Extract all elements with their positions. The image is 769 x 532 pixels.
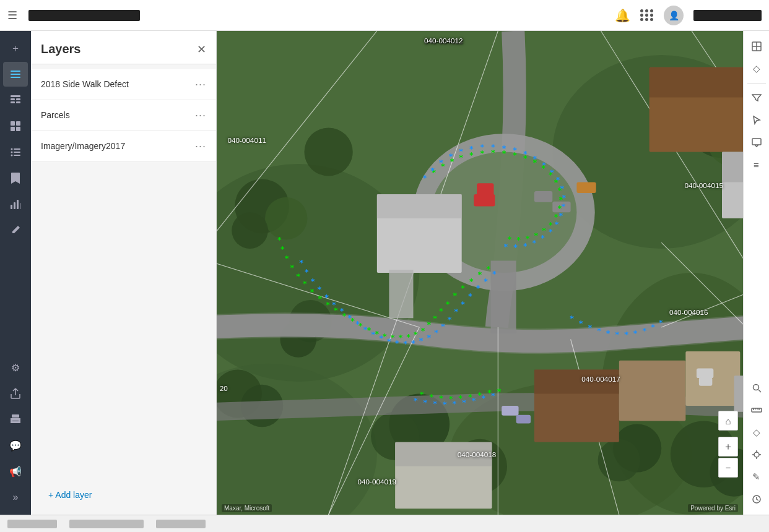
analysis-button[interactable] bbox=[3, 192, 28, 217]
layer-more-button[interactable]: ··· bbox=[195, 140, 206, 153]
svg-rect-13 bbox=[14, 148, 20, 150]
topbar: ☰ 🔔 👤 bbox=[0, 0, 769, 31]
layer-item[interactable]: Imagery/Imagery2017 ··· bbox=[31, 131, 216, 162]
svg-text:*: * bbox=[532, 238, 537, 247]
svg-text:*: * bbox=[486, 264, 491, 273]
right-edit-icon[interactable]: ✎ bbox=[746, 466, 767, 487]
app-title-area bbox=[28, 10, 607, 21]
parcel-label-040-004019: 040-004019 bbox=[358, 478, 397, 486]
right-filter-icon[interactable] bbox=[746, 87, 767, 108]
right-location-icon[interactable]: ◇ bbox=[746, 422, 767, 443]
svg-rect-84 bbox=[502, 406, 518, 416]
notification-icon[interactable]: 🔔 bbox=[615, 8, 630, 23]
svg-text:*: * bbox=[332, 300, 337, 309]
right-lines-icon[interactable]: ≡ bbox=[746, 154, 767, 175]
right-snap-icon[interactable] bbox=[746, 36, 767, 57]
notifications-button[interactable]: 📢 bbox=[3, 459, 28, 484]
topbar-right: 🔔 👤 bbox=[615, 6, 762, 25]
map-area[interactable]: ** ** ** ** ** ** ** ** ** ** ** ** ** *… bbox=[217, 31, 743, 515]
svg-rect-5 bbox=[16, 98, 20, 100]
svg-text:*: * bbox=[462, 398, 467, 407]
main-area: ＋ bbox=[0, 31, 769, 515]
svg-rect-74 bbox=[576, 182, 596, 193]
svg-marker-66 bbox=[722, 152, 743, 182]
parcel-label-040-004018: 040-004018 bbox=[458, 450, 497, 458]
layer-item[interactable]: Parcels ··· bbox=[31, 100, 216, 131]
svg-rect-17 bbox=[14, 155, 20, 156]
bottombar bbox=[0, 515, 769, 532]
svg-text:*: * bbox=[560, 184, 565, 193]
svg-rect-8 bbox=[11, 121, 15, 126]
svg-text:*: * bbox=[615, 330, 620, 339]
svg-text:*: * bbox=[363, 325, 368, 334]
collapse-button[interactable]: » bbox=[3, 485, 28, 510]
svg-text:*: * bbox=[296, 272, 301, 281]
layers-panel: Layers ✕ 2018 Side Walk Defect ··· Parce… bbox=[31, 31, 217, 515]
home-button[interactable]: ⌂ bbox=[718, 411, 738, 431]
apps-grid-icon[interactable] bbox=[640, 9, 654, 21]
right-query-icon[interactable]: ◇ bbox=[746, 58, 767, 79]
svg-rect-21 bbox=[20, 203, 20, 209]
right-popup-icon[interactable] bbox=[746, 132, 767, 153]
zoom-in-button[interactable]: ＋ bbox=[718, 437, 738, 457]
layer-name: Parcels bbox=[41, 109, 70, 121]
layer-item[interactable]: 2018 Side Walk Defect ··· bbox=[31, 69, 216, 100]
svg-text:*: * bbox=[558, 211, 563, 220]
svg-text:*: * bbox=[280, 244, 285, 254]
menu-icon[interactable]: ☰ bbox=[7, 9, 17, 22]
svg-text:*: * bbox=[411, 338, 416, 348]
svg-rect-79 bbox=[697, 368, 713, 378]
avatar[interactable]: 👤 bbox=[664, 6, 684, 25]
layer-more-button[interactable]: ··· bbox=[195, 78, 206, 91]
svg-rect-0 bbox=[11, 77, 20, 78]
add-button[interactable]: ＋ bbox=[3, 36, 28, 61]
dashboard-button[interactable] bbox=[3, 114, 28, 139]
share-button[interactable] bbox=[3, 381, 28, 406]
svg-text:*: * bbox=[318, 294, 323, 303]
svg-text:*: * bbox=[448, 152, 453, 161]
right-search-icon[interactable] bbox=[746, 377, 767, 398]
close-button[interactable]: ✕ bbox=[197, 43, 206, 56]
right-crosshair-icon[interactable] bbox=[746, 444, 767, 465]
svg-rect-2 bbox=[11, 71, 20, 72]
sketch-button[interactable] bbox=[3, 218, 28, 242]
svg-text:*: * bbox=[497, 387, 502, 396]
svg-point-34 bbox=[305, 127, 353, 176]
map-attribution: Maxar, Microsoft Powered by Esri bbox=[217, 504, 743, 512]
svg-text:*: * bbox=[523, 241, 528, 251]
svg-text:*: * bbox=[588, 323, 593, 332]
right-arrow-icon[interactable] bbox=[746, 109, 767, 131]
list-button[interactable] bbox=[3, 140, 28, 165]
svg-rect-80 bbox=[699, 377, 713, 386]
svg-text:*: * bbox=[562, 193, 567, 202]
svg-text:*: * bbox=[324, 293, 329, 302]
layer-name: Imagery/Imagery2017 bbox=[41, 140, 125, 152]
parcel-label-040-004016: 040-004016 bbox=[669, 308, 708, 316]
svg-text:*: * bbox=[651, 322, 656, 332]
add-layer-button[interactable]: + Add layer bbox=[41, 485, 99, 505]
zoom-out-button[interactable]: － bbox=[718, 458, 738, 478]
svg-text:*: * bbox=[459, 147, 464, 156]
svg-rect-78 bbox=[685, 351, 740, 406]
right-history-icon[interactable] bbox=[746, 489, 767, 510]
print-button[interactable] bbox=[3, 407, 28, 432]
bottombar-item-2 bbox=[69, 520, 144, 528]
svg-text:*: * bbox=[303, 279, 308, 288]
svg-text:*: * bbox=[427, 320, 432, 329]
svg-text:*: * bbox=[419, 336, 424, 345]
layers-title: Layers bbox=[41, 42, 81, 56]
table-button[interactable] bbox=[3, 88, 28, 113]
svg-text:*: * bbox=[386, 337, 391, 346]
bookmark-button[interactable] bbox=[3, 166, 28, 191]
svg-text:*: * bbox=[513, 242, 518, 252]
attribution-left: Maxar, Microsoft bbox=[222, 504, 272, 512]
right-measure-icon[interactable] bbox=[746, 400, 767, 421]
svg-text:*: * bbox=[476, 283, 480, 293]
comments-button[interactable]: 💬 bbox=[3, 433, 28, 458]
svg-text:*: * bbox=[477, 270, 482, 279]
svg-text:*: * bbox=[471, 396, 476, 405]
settings-button[interactable]: ⚙ bbox=[3, 355, 28, 380]
layer-more-button[interactable]: ··· bbox=[195, 109, 206, 122]
layers-button[interactable] bbox=[3, 62, 28, 87]
svg-text:*: * bbox=[597, 326, 602, 335]
